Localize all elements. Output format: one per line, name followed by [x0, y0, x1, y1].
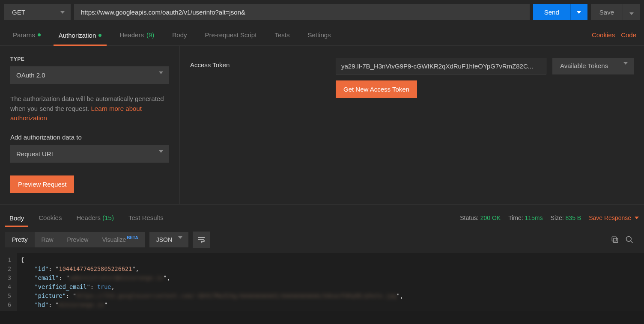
- tab-authorization[interactable]: Authorization: [54, 25, 107, 46]
- chevron-down-icon: [159, 71, 163, 74]
- tab-params[interactable]: Params: [8, 24, 46, 45]
- add-data-select[interactable]: Request URL: [10, 145, 169, 163]
- request-tabs: Params Authorization Headers(9) Body Pre…: [0, 24, 644, 46]
- save-dropdown[interactable]: [623, 4, 640, 20]
- rtab-test-results[interactable]: Test Results: [124, 209, 168, 226]
- get-new-token-button[interactable]: Get New Access Token: [336, 80, 417, 98]
- tab-prerequest[interactable]: Pre-request Script: [200, 24, 262, 45]
- time-label: Time: 115ms: [508, 214, 543, 221]
- chevron-down-icon: [178, 236, 182, 239]
- auth-panel: TYPE OAuth 2.0 The authorization data wi…: [0, 46, 644, 204]
- tab-body[interactable]: Body: [167, 24, 192, 45]
- code-link[interactable]: Code: [621, 31, 636, 39]
- save-button[interactable]: Save: [591, 4, 623, 20]
- response-body: 123456 { "id": "104414774625805226621", …: [0, 253, 644, 311]
- search-icon[interactable]: [625, 235, 634, 244]
- vtab-raw[interactable]: Raw: [35, 232, 60, 247]
- wrap-lines-button[interactable]: [193, 232, 210, 248]
- url-input[interactable]: [74, 4, 530, 20]
- method-value: GET: [12, 9, 25, 16]
- cookies-link[interactable]: Cookies: [592, 31, 615, 39]
- preview-request-button[interactable]: Preview Request: [10, 175, 74, 193]
- auth-type-select[interactable]: OAuth 2.0: [10, 66, 169, 84]
- chevron-down-icon: [623, 62, 628, 65]
- indicator-dot-icon: [98, 34, 101, 37]
- beta-badge: BETA: [127, 235, 138, 240]
- add-data-label: Add authorization data to: [10, 134, 169, 141]
- chevron-down-icon: [577, 11, 581, 14]
- vtab-preview[interactable]: Preview: [60, 232, 95, 247]
- chevron-down-icon: [60, 11, 65, 14]
- rtab-body[interactable]: Body: [5, 209, 28, 227]
- rtab-cookies[interactable]: Cookies: [34, 209, 66, 226]
- access-token-input[interactable]: [336, 58, 546, 74]
- code-content[interactable]: { "id": "104414774625805226621", "email"…: [17, 253, 407, 311]
- size-label: Size: 835 B: [551, 214, 581, 221]
- view-controls: Pretty Raw Preview VisualizeBETA JSON: [0, 226, 644, 253]
- svg-rect-3: [612, 237, 616, 241]
- indicator-dot-icon: [38, 33, 41, 36]
- request-bar: GET Send Save: [0, 0, 644, 24]
- chevron-down-icon: [629, 12, 634, 15]
- save-response-button[interactable]: Save Response: [589, 214, 639, 221]
- status-label: Status: 200 OK: [460, 214, 501, 221]
- copy-icon[interactable]: [611, 235, 619, 244]
- tab-tests[interactable]: Tests: [269, 24, 295, 45]
- tab-settings[interactable]: Settings: [302, 24, 336, 45]
- chevron-down-icon: [635, 217, 639, 219]
- access-token-label: Access Token: [190, 61, 310, 192]
- auth-help-text: The authorization data will be automatic…: [10, 94, 169, 123]
- vtab-pretty[interactable]: Pretty: [5, 232, 35, 247]
- rtab-headers[interactable]: Headers (15): [72, 209, 118, 226]
- line-gutter: 123456: [0, 253, 17, 311]
- wrap-icon: [197, 236, 205, 243]
- response-tabs: Body Cookies Headers (15) Test Results S…: [0, 204, 644, 226]
- vtab-visualize[interactable]: VisualizeBETA: [95, 232, 145, 247]
- chevron-down-icon: [159, 150, 163, 153]
- available-tokens-select[interactable]: Available Tokens: [552, 58, 634, 74]
- method-select[interactable]: GET: [4, 4, 71, 20]
- svg-point-4: [626, 237, 632, 242]
- send-button[interactable]: Send: [533, 4, 570, 20]
- send-dropdown[interactable]: [570, 4, 587, 20]
- svg-line-5: [631, 241, 633, 243]
- type-label: TYPE: [10, 56, 169, 62]
- svg-rect-2: [614, 238, 618, 243]
- tab-headers[interactable]: Headers(9): [114, 24, 159, 45]
- format-select[interactable]: JSON: [149, 232, 188, 247]
